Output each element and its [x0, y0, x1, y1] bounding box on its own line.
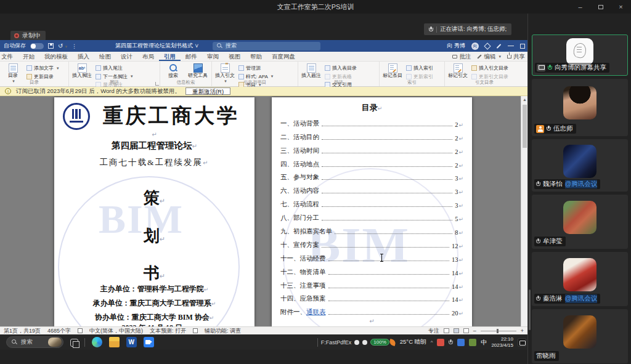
- toc-entry[interactable]: 十、宣传方案 12 ↵: [280, 237, 463, 250]
- toc-entry[interactable]: 四、活动地点 2 ↵: [280, 156, 463, 169]
- toc-entry[interactable]: 十二、物资清单 14 ↵: [280, 264, 463, 277]
- taskbar-search-box[interactable]: 搜索: [6, 336, 63, 348]
- toc-entry[interactable]: 二、活动目的 2 ↵: [280, 129, 463, 142]
- language-status[interactable]: 中文(简体，中国大陆): [89, 327, 143, 335]
- toc-entry[interactable]: 一、活动背景 2 ↵: [280, 115, 463, 129]
- participant-tile-screen-share[interactable]: 向秀博的屏幕共享: [532, 34, 628, 76]
- word-restore-button[interactable]: [520, 44, 525, 49]
- toc-entry[interactable]: 五、参与对象 3 ↵: [280, 169, 463, 183]
- focus-mode-button[interactable]: 专注: [428, 327, 439, 335]
- researcher-button[interactable]: 研究工具: [187, 63, 209, 78]
- ribbon-tab[interactable]: 插入: [73, 52, 94, 61]
- tray-app-icon[interactable]: [469, 339, 476, 346]
- toc-entry-link[interactable]: 通联表: [306, 308, 326, 317]
- ribbon-tab[interactable]: 百度网盘: [267, 52, 300, 61]
- toc-entry[interactable]: 十一、活动经费 13 ↵: [280, 250, 463, 264]
- manage-sources-button[interactable]: 管理源: [238, 65, 273, 71]
- ribbon-tab[interactable]: 视图: [224, 52, 245, 61]
- ribbon-tab[interactable]: 引用: [159, 52, 181, 61]
- close-button[interactable]: ×: [611, 0, 631, 14]
- meeting-app-icon[interactable]: [144, 337, 154, 347]
- ribbon-tab[interactable]: 布局: [137, 52, 159, 61]
- text-prediction-status[interactable]: 文本预测: 打开: [150, 327, 186, 335]
- next-footnote-button[interactable]: 下一条脚注: [96, 73, 133, 80]
- scrollbar-thumb[interactable]: [523, 105, 527, 148]
- insert-table-of-authorities-button[interactable]: 插入引文目录: [471, 65, 508, 71]
- quick-access-more-icon[interactable]: ⋮: [71, 43, 77, 49]
- edge-browser-icon[interactable]: [92, 337, 102, 347]
- participant-tile[interactable]: 伍忠师: [532, 79, 628, 136]
- task-view-button[interactable]: [70, 339, 78, 347]
- toc-entry[interactable]: 十三、注意事项 14 ↵: [280, 277, 463, 291]
- toc-entry[interactable]: 附件一、通联表 20 ↵: [280, 304, 463, 317]
- ribbon-tab[interactable]: 邮件: [181, 52, 202, 61]
- participant-tile[interactable]: 牟津莹: [532, 195, 628, 249]
- toggle-knob-icon[interactable]: [354, 340, 359, 345]
- tray-expand-icon[interactable]: ^: [431, 339, 433, 345]
- ribbon-tab[interactable]: 审阅: [202, 52, 224, 61]
- add-text-button[interactable]: 添加文字: [26, 65, 59, 71]
- participant-tile[interactable]: 秦浩淋@腾讯会议: [532, 252, 628, 306]
- save-icon[interactable]: [48, 43, 54, 49]
- proofing-icon[interactable]: [78, 328, 83, 333]
- footnote-dialog-launcher[interactable]: [155, 82, 159, 86]
- insert-caption-button[interactable]: 插入题注: [300, 63, 322, 78]
- undo-button[interactable]: ↺: [58, 42, 67, 49]
- premium-icon[interactable]: [484, 42, 491, 49]
- page-cover[interactable]: BIM 重庆工商大学 ↵ 第四届工程管理论坛↵ 工商七十载&工程续发展↵ 策↵ …: [54, 97, 254, 326]
- avatar[interactable]: 向: [471, 42, 479, 50]
- account-name[interactable]: 向 秀博: [447, 42, 465, 50]
- tray-app-icon[interactable]: [437, 339, 444, 346]
- insert-table-of-figures-button[interactable]: 插入表目录: [325, 65, 357, 71]
- mark-entry-button[interactable]: 标记条目: [381, 63, 404, 78]
- toc-entry[interactable]: 七、活动流程 3 ↵: [280, 196, 463, 209]
- toc-entry[interactable]: 九、初拟嘉宾名单 8 ↵: [280, 223, 463, 237]
- comments-button[interactable]: 批注: [452, 53, 471, 61]
- toc-entry[interactable]: 十四、应急预案 14 ↵: [280, 291, 463, 304]
- search-tool-button[interactable]: 搜索: [162, 63, 184, 78]
- toc-entry[interactable]: 八、部门分工 5 ↵: [280, 209, 463, 223]
- zoom-out-button[interactable]: –: [473, 328, 476, 334]
- restore-button[interactable]: [590, 0, 611, 14]
- pdf-tool-label[interactable]: F:FastPdfEx: [321, 339, 352, 346]
- taskbar-clock[interactable]: 22:102023/4/15: [491, 336, 513, 349]
- tray-mic-icon[interactable]: [449, 339, 453, 346]
- ribbon-tab[interactable]: 开始: [18, 52, 39, 61]
- accessibility-icon[interactable]: [193, 328, 198, 333]
- insert-footnote-button[interactable]: ab¹插入脚注: [71, 63, 93, 78]
- word-count[interactable]: 4685个字: [47, 327, 71, 335]
- print-layout-button[interactable]: [454, 328, 459, 333]
- search-highlight-image[interactable]: [48, 338, 62, 347]
- recording-indicator[interactable]: 录制中: [10, 31, 46, 41]
- weather-widget[interactable]: 25°C 晴朗: [400, 338, 426, 346]
- notification-center-icon[interactable]: [518, 338, 526, 347]
- participant-tile[interactable]: 雷晓雨: [532, 309, 628, 363]
- toc-entry[interactable]: 六、活动内容 3 ↵: [280, 182, 463, 196]
- zoom-slider[interactable]: [481, 331, 516, 331]
- zoom-in-button[interactable]: +: [521, 328, 524, 334]
- insert-index-button[interactable]: 插入索引: [406, 65, 433, 71]
- accessibility-status[interactable]: 辅助功能: 调查: [205, 327, 241, 335]
- ribbon-tab[interactable]: 我的模板: [39, 52, 73, 61]
- word-search-box[interactable]: 搜索: [213, 42, 320, 51]
- share-button[interactable]: 共享: [507, 53, 525, 61]
- web-layout-button[interactable]: [463, 328, 469, 333]
- autosave-toggle[interactable]: [30, 43, 44, 49]
- editing-button[interactable]: 编辑: [477, 53, 501, 61]
- participant-tile[interactable]: 魏泽怡@腾讯会议: [532, 139, 628, 192]
- mark-citation-button[interactable]: 标记引文: [447, 63, 469, 78]
- ribbon-tab[interactable]: 帮助: [245, 52, 267, 61]
- page-count[interactable]: 第1页，共19页: [4, 327, 41, 335]
- document-title[interactable]: 第四届工程管理论坛策划书格式 ∨: [105, 42, 210, 50]
- tray-app-icon[interactable]: [457, 339, 465, 346]
- toggle-knob-icon[interactable]: [362, 340, 367, 345]
- insert-endnote-button[interactable]: 插入尾注: [96, 65, 133, 71]
- reactivate-button[interactable]: 重新激活(R): [185, 87, 230, 95]
- update-toc-button[interactable]: 更新目录: [26, 73, 59, 80]
- minimize-button[interactable]: –: [570, 0, 590, 14]
- word-minimize-button[interactable]: [508, 46, 514, 46]
- file-explorer-icon[interactable]: [109, 337, 120, 347]
- ribbon-tab[interactable]: 文件: [0, 52, 18, 61]
- document-scrollbar[interactable]: ▲: [521, 96, 527, 326]
- editing-mode-icon[interactable]: [497, 44, 502, 49]
